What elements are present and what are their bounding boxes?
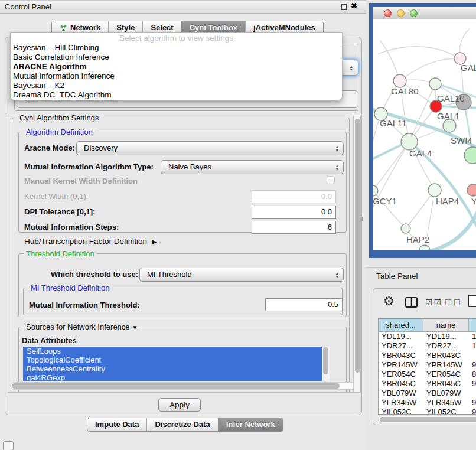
tab-impute-data[interactable]: Impute Data	[87, 418, 146, 431]
panel-divider-grip[interactable]	[360, 217, 363, 221]
float-panel-icon[interactable]	[341, 4, 347, 10]
attributes-scrollbar-thumb[interactable]	[323, 347, 328, 374]
network-node[interactable]	[443, 119, 456, 132]
table-row[interactable]: YPR145WYPR145W9.	[379, 360, 476, 370]
data-attribute-item[interactable]: SelfLoops	[23, 347, 322, 356]
kernel-width-label: Kernel Width (0,1):	[24, 192, 88, 201]
data-attributes-list: SelfLoopsTopologicalCoefficientBetweenne…	[23, 347, 330, 381]
algorithm-option[interactable]: Bayesian – K2	[11, 81, 342, 90]
mi-steps-input[interactable]: 6	[252, 221, 336, 234]
tab-infer-network[interactable]: Infer Network	[218, 418, 283, 431]
table-column-header[interactable]: A	[469, 319, 476, 331]
network-graph: GALGAL80GAL10GAL1GAL11SWI4GAL4GCY1HAP4YH…	[373, 19, 476, 254]
table-cell: YDR27...	[379, 341, 423, 351]
mi-algorithm-type-combobox[interactable]: Naive Bayes ▲▼	[161, 160, 344, 174]
network-node[interactable]	[373, 185, 378, 196]
settings-vscrollbar-thumb[interactable]	[355, 119, 360, 373]
close-panel-icon[interactable]: ✖	[351, 1, 357, 10]
table-row[interactable]: YBR043CYBR043C	[379, 351, 476, 360]
table-row[interactable]: YBL079WYBL079W	[379, 389, 476, 398]
table-header-row: shared...nameA	[379, 319, 476, 332]
gear-icon[interactable]: ⚙	[383, 294, 395, 308]
network-node-label: SWI4	[451, 135, 472, 145]
data-attribute-item[interactable]: TopologicalCoefficient	[23, 356, 322, 364]
network-node[interactable]	[401, 133, 418, 150]
table-cell: YBR043C	[423, 351, 469, 360]
network-node[interactable]	[428, 184, 441, 197]
table-row[interactable]: YDR27...YDR27...12	[379, 341, 476, 351]
screen: Control Panel ✖ NetworkStyleSelectCyni T…	[0, 0, 476, 450]
network-node[interactable]	[419, 245, 430, 254]
aracne-mode-value: Discovery	[84, 144, 118, 152]
network-edge	[400, 58, 460, 81]
table-body: YDL19...YDL19...13YDR27...YDR27...12YBR0…	[379, 332, 476, 415]
kernel-width-input[interactable]: 0.0	[252, 190, 336, 203]
deselect-all-columns-icon[interactable]: ☐☐	[445, 298, 462, 307]
show-columns-icon[interactable]	[405, 297, 418, 308]
table-cell: 9.	[469, 360, 476, 370]
export-table-icon[interactable]	[468, 295, 476, 307]
mac-minimize-button[interactable]	[397, 9, 405, 17]
network-node-label: Y	[471, 196, 476, 206]
aracne-mode-combobox[interactable]: Discovery ▲▼	[76, 141, 344, 155]
table-column-header[interactable]: shared...	[379, 319, 423, 331]
mac-close-button[interactable]	[384, 9, 392, 17]
table-cell: YPR145W	[423, 360, 469, 370]
network-node-label: GAL1	[437, 111, 459, 121]
dpi-tolerance-input[interactable]: 0.0	[252, 206, 336, 219]
sources-group-title[interactable]: Sources for Network Inference▼	[24, 322, 140, 331]
table-row[interactable]: YDL19...YDL19...13	[379, 332, 476, 341]
network-node[interactable]	[429, 78, 441, 90]
collapsed-panel-icon[interactable]	[3, 441, 14, 450]
table-cell: YBR045C	[379, 379, 423, 389]
hub-definition-expander[interactable]: Hub/Transcription Factor Definition▶	[24, 237, 157, 246]
table-hscrollbar[interactable]	[378, 416, 476, 423]
mac-zoom-button[interactable]	[410, 9, 418, 17]
mi-algorithm-type-value: Naive Bayes	[168, 162, 211, 171]
network-node[interactable]	[467, 184, 476, 196]
settings-vscrollbar[interactable]	[353, 115, 361, 393]
table-cell: YLR345W	[379, 398, 423, 407]
tab-label: Impute Data	[95, 418, 139, 431]
select-all-columns-icon[interactable]: ☑☑	[425, 298, 442, 307]
table-cell: YBR043C	[379, 351, 423, 360]
table-panel: ⚙ ☑☑ ☐☐ shared...nameA YDL19...YDL19...1…	[373, 288, 476, 425]
mi-threshold-input[interactable]: 0.5	[265, 298, 343, 311]
network-node[interactable]	[464, 147, 476, 164]
network-node-label: GAL	[461, 63, 476, 73]
attributes-hscrollbar-thumb[interactable]	[12, 383, 340, 389]
data-attribute-item[interactable]: gal4RGexp	[23, 373, 322, 381]
table-row[interactable]: YIL052CYIL052C9	[379, 407, 476, 415]
algorithm-option[interactable]: ARACNE Algorithm	[11, 62, 342, 71]
algorithm-option[interactable]: Basic Correlation Inference	[11, 53, 342, 62]
network-canvas[interactable]: GALGAL80GAL10GAL1GAL11SWI4GAL4GCY1HAP4YH…	[373, 19, 476, 254]
manual-kernel-width-checkbox[interactable]	[327, 176, 335, 184]
algorithm-option[interactable]: Mutual Information Inference	[11, 71, 342, 81]
table-hscrollbar-thumb[interactable]	[380, 417, 476, 422]
table-row[interactable]: YER054CYER054C8.	[379, 370, 476, 379]
algorithm-option[interactable]: Dream8 DC_TDC Algorithm	[11, 90, 342, 100]
network-node[interactable]	[401, 224, 410, 233]
apply-button[interactable]: Apply	[158, 398, 201, 412]
which-threshold-combobox[interactable]: MI Threshold ▲▼	[139, 268, 344, 282]
combo-stepper-icon: ▲▼	[335, 145, 339, 152]
hub-definition-label: Hub/Transcription Factor Definition	[24, 237, 147, 246]
tab-label: Discretize Data	[155, 418, 210, 431]
table-panel-divider	[366, 267, 476, 268]
table-cell: YER054C	[423, 370, 469, 379]
tab-discretize-data[interactable]: Discretize Data	[146, 418, 217, 431]
table-column-header[interactable]: name	[423, 319, 469, 331]
attributes-hscrollbar[interactable]	[10, 382, 358, 390]
table-cell: 9.	[469, 379, 476, 389]
expander-arrow-right-icon: ▶	[152, 237, 157, 246]
algorithm-option[interactable]: Bayesian – Hill Climbing	[11, 43, 342, 53]
table-row[interactable]: YBR045CYBR045C9.	[379, 379, 476, 389]
table-row[interactable]: YLR345WYLR345W9.	[379, 398, 476, 407]
cyni-bottom-tabs: Impute DataDiscretize DataInfer Network	[87, 418, 283, 432]
data-attribute-item[interactable]: BetweennessCentrality	[23, 364, 322, 373]
attributes-scrollbar[interactable]	[322, 347, 330, 381]
network-node[interactable]	[393, 74, 406, 87]
sources-title-text: Sources for Network Inference	[26, 322, 130, 331]
aracne-mode-label: Aracne Mode:	[24, 144, 75, 153]
network-view-window: GALGAL80GAL10GAL1GAL11SWI4GAL4GCY1HAP4YH…	[369, 3, 476, 258]
